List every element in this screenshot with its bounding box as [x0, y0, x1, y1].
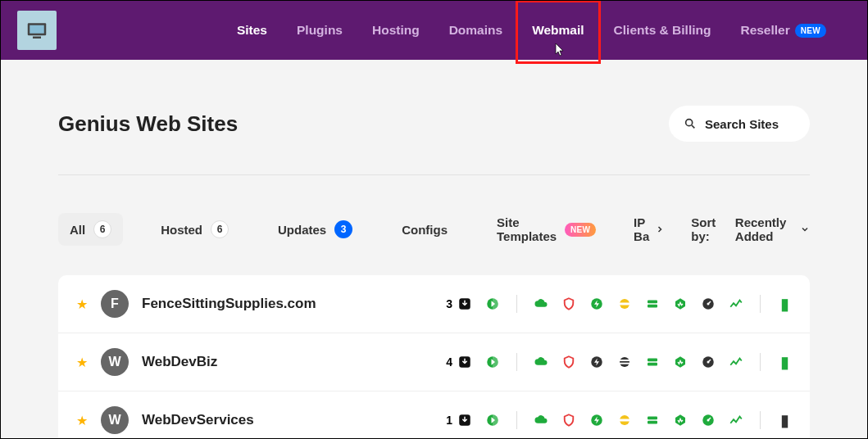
site-row[interactable]: ★WWebDevBiz4▮	[58, 333, 810, 391]
download-group[interactable]: 4	[446, 355, 472, 369]
book-green-icon[interactable]: ▮	[777, 355, 792, 369]
divider	[516, 295, 517, 313]
sort-label: Sort by:	[691, 215, 724, 243]
cloud-icon[interactable]	[534, 296, 548, 311]
row-icons: 1▮	[446, 411, 792, 429]
bars-icon[interactable]	[645, 355, 660, 369]
svg-point-13	[707, 303, 710, 305]
svg-rect-19	[620, 363, 629, 364]
divider	[760, 353, 761, 371]
nav-plugins[interactable]: Plugins	[282, 11, 357, 49]
divider	[760, 295, 761, 313]
filter-ip[interactable]: IP Ba	[634, 215, 665, 243]
nav-webmail[interactable]: Webmail	[517, 11, 598, 49]
search-icon	[684, 117, 697, 130]
chart-icon[interactable]	[729, 355, 743, 369]
filter-all[interactable]: All 6	[58, 213, 123, 246]
shield-red-icon[interactable]	[561, 413, 576, 428]
svg-rect-11	[648, 305, 657, 308]
row-icons: 4▮	[446, 353, 792, 371]
book-dark-icon[interactable]: ▮	[777, 413, 792, 428]
svg-point-3	[686, 120, 693, 126]
download-icon[interactable]	[457, 296, 472, 311]
nav-hosting[interactable]: Hosting	[357, 11, 434, 49]
top-nav: Sites Plugins Hosting Domains Webmail Cl…	[1, 1, 867, 60]
chevron-right-icon	[655, 224, 665, 234]
count-updates: 3	[334, 220, 352, 238]
new-badge: NEW	[795, 24, 826, 38]
avatar: W	[101, 406, 129, 434]
download-group[interactable]: 3	[446, 296, 472, 311]
paper-icon[interactable]	[485, 296, 500, 311]
bolt-dark-icon[interactable]	[589, 355, 604, 369]
site-name[interactable]: WebDevServices	[142, 412, 254, 428]
svg-rect-30	[648, 421, 657, 424]
cloud-icon[interactable]	[534, 355, 548, 369]
count-hosted: 6	[211, 220, 229, 238]
site-name[interactable]: WebDevBiz	[142, 354, 217, 370]
site-row[interactable]: ★WWebDevServices1▮	[58, 391, 810, 439]
bolt-icon[interactable]	[589, 296, 604, 311]
filter-row: All 6 Hosted 6 Updates 3 Configs Site Te…	[58, 175, 810, 275]
star-icon[interactable]: ★	[76, 355, 88, 370]
filter-configs[interactable]: Configs	[390, 215, 459, 244]
sort-group: Sort by: Recently Added	[691, 215, 810, 243]
filter-hosted[interactable]: Hosted 6	[149, 213, 240, 246]
book-green-icon[interactable]: ▮	[777, 296, 792, 311]
sort-dropdown[interactable]: Recently Added	[735, 215, 810, 243]
svg-rect-20	[648, 359, 657, 362]
chart-icon[interactable]	[729, 413, 743, 428]
gauge-icon[interactable]	[701, 296, 716, 311]
shield-red-icon[interactable]	[561, 296, 576, 311]
divider	[516, 353, 517, 371]
nav-clients-billing[interactable]: Clients & Billing	[599, 11, 726, 49]
header-row: Genius Web Sites Search Sites	[58, 60, 810, 175]
chart-icon[interactable]	[729, 296, 743, 311]
filter-updates[interactable]: Updates 3	[266, 213, 364, 246]
bars-icon[interactable]	[645, 296, 660, 311]
dl-count: 3	[446, 297, 452, 310]
disc-dark-icon[interactable]	[617, 355, 632, 369]
filter-templates[interactable]: Site Templates NEW	[485, 208, 607, 251]
search-input[interactable]: Search Sites	[669, 106, 810, 142]
gauge-green-icon[interactable]	[701, 413, 716, 428]
dl-count: 1	[446, 414, 452, 427]
heart-icon[interactable]	[673, 296, 688, 311]
svg-line-4	[692, 125, 694, 128]
nav-sites[interactable]: Sites	[222, 11, 282, 49]
svg-rect-9	[620, 303, 629, 305]
paper-icon[interactable]	[485, 355, 500, 369]
chevron-down-icon	[800, 224, 810, 234]
disc-yellow-icon[interactable]	[617, 413, 632, 428]
download-icon[interactable]	[457, 413, 472, 428]
gauge-icon[interactable]	[701, 355, 716, 369]
download-group[interactable]: 1	[446, 413, 472, 428]
site-name[interactable]: FenceSittingSupplies.com	[142, 296, 316, 312]
bolt-icon[interactable]	[589, 413, 604, 428]
cloud-icon[interactable]	[534, 413, 548, 428]
shield-red-icon[interactable]	[561, 355, 576, 369]
logo[interactable]	[17, 11, 57, 50]
disc-yellow-icon[interactable]	[617, 296, 632, 311]
heart-icon[interactable]	[673, 355, 688, 369]
star-icon[interactable]: ★	[76, 413, 88, 428]
nav-reseller[interactable]: Reseller NEW	[725, 11, 841, 49]
nav-domains[interactable]: Domains	[434, 11, 517, 49]
site-row[interactable]: ★FFenceSittingSupplies.com3▮	[58, 275, 810, 333]
svg-rect-21	[648, 363, 657, 366]
svg-point-32	[707, 419, 710, 422]
bars-icon[interactable]	[645, 413, 660, 428]
download-icon[interactable]	[457, 355, 472, 369]
search-placeholder: Search Sites	[705, 117, 779, 131]
svg-rect-29	[648, 417, 657, 420]
star-icon[interactable]: ★	[76, 296, 88, 312]
svg-rect-10	[648, 301, 657, 304]
nav-items: Sites Plugins Hosting Domains Webmail Cl…	[222, 11, 851, 49]
site-list: ★FFenceSittingSupplies.com3▮★WWebDevBiz4…	[58, 275, 810, 439]
paper-icon[interactable]	[485, 413, 500, 428]
heart-icon[interactable]	[673, 413, 688, 428]
content: Genius Web Sites Search Sites All 6 Host…	[1, 60, 867, 439]
avatar: W	[101, 348, 129, 376]
cursor-icon	[552, 43, 565, 59]
avatar: F	[101, 290, 129, 318]
